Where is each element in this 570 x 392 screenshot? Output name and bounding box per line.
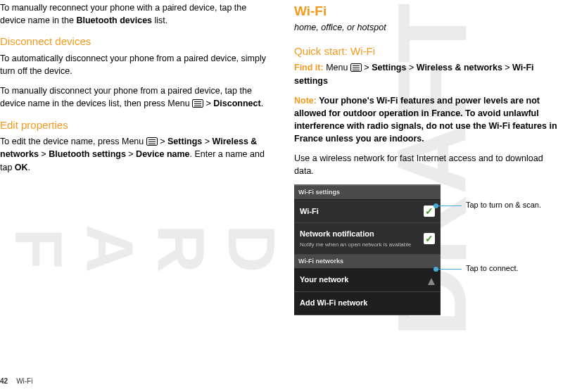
right-column: Wi-Fi home, office, or hotspot Quick sta… bbox=[294, 1, 564, 315]
callout-connect: Tap to connect. bbox=[436, 263, 519, 274]
para-edit-name: To edit the device name, press Menu > Se… bbox=[0, 135, 270, 173]
phone-header-wifi-settings: Wi-Fi settings bbox=[294, 186, 441, 200]
bold-bluetooth-settings: Bluetooth settings bbox=[49, 149, 126, 159]
callout-text: Tap to connect. bbox=[466, 264, 519, 272]
text: > bbox=[406, 63, 416, 72]
callout-line bbox=[436, 206, 462, 206]
para-use-wireless: Use a wireless network for fast Internet… bbox=[294, 152, 564, 177]
phone-row-notification-label: Network notification bbox=[300, 229, 424, 240]
left-column: To manually reconnect your phone with a … bbox=[0, 1, 270, 315]
phone-row-wifi-label: Wi-Fi bbox=[300, 206, 424, 217]
menu-icon bbox=[350, 63, 362, 72]
phone-row-add-network-label: Add Wi-Fi network bbox=[300, 298, 435, 309]
text: Menu bbox=[324, 63, 350, 72]
bold-settings: Settings bbox=[167, 137, 202, 146]
para-auto-disconnect: To automatically disconnect your phone f… bbox=[0, 52, 270, 77]
heading-disconnect-devices: Disconnect devices bbox=[0, 34, 270, 49]
para-note: Note: Your phone's Wi-Fi features and po… bbox=[294, 94, 564, 146]
checkbox-icon[interactable]: ✓ bbox=[424, 206, 435, 217]
para-manual-reconnect: To manually reconnect your phone with a … bbox=[0, 1, 270, 27]
bold-bluetooth-devices: Bluetooth devices bbox=[76, 15, 152, 25]
para-find-it: Find it: Menu > Settings > Wireless & ne… bbox=[294, 61, 564, 87]
text: > bbox=[362, 63, 372, 72]
menu-icon bbox=[146, 137, 158, 146]
text: > bbox=[39, 149, 49, 159]
phone-row-add-network[interactable]: Add Wi-Fi network bbox=[294, 292, 441, 315]
phone-row-your-network[interactable]: Your network bbox=[294, 269, 441, 292]
phone-row-wifi[interactable]: Wi-Fi ✓ bbox=[294, 200, 441, 223]
phone-header-wifi-networks: Wi-Fi networks bbox=[294, 255, 441, 269]
bold-ok: OK bbox=[15, 163, 28, 172]
para-manual-disconnect: To manually disconnect your phone from a… bbox=[0, 84, 270, 110]
bold-device-name: Device name bbox=[136, 149, 189, 159]
text: > bbox=[502, 63, 512, 72]
callout-text: Tap to turn on & scan. bbox=[466, 201, 541, 209]
text: > bbox=[126, 149, 136, 159]
callout-turn-on: Tap to turn on & scan. bbox=[436, 200, 541, 211]
lead-find-it: Find it: bbox=[294, 63, 324, 72]
text: . bbox=[28, 163, 30, 172]
phone-row-notification[interactable]: Network notification Notify me when an o… bbox=[294, 223, 441, 255]
phone-row-notification-sub: Notify me when an open network is availa… bbox=[300, 241, 424, 248]
bold-wireless-networks: Wireless & networks bbox=[417, 63, 502, 72]
text: > bbox=[203, 99, 213, 108]
text: . bbox=[261, 99, 263, 108]
footer-section: Wi-Fi bbox=[16, 377, 32, 385]
heading-quick-start: Quick start: Wi-Fi bbox=[294, 44, 564, 59]
heading-edit-properties: Edit properties bbox=[0, 118, 270, 133]
lead-note: Note: bbox=[294, 96, 317, 106]
phone-row-your-network-label: Your network bbox=[300, 274, 425, 286]
bold-disconnect: Disconnect bbox=[213, 99, 260, 108]
callout-line bbox=[436, 269, 462, 270]
subtitle: home, office, or hotspot bbox=[294, 21, 564, 34]
text: To edit the device name, press Menu bbox=[0, 137, 146, 146]
page-number: 42 bbox=[0, 377, 8, 385]
page-title-wifi: Wi-Fi bbox=[294, 1, 564, 21]
text: > bbox=[202, 137, 212, 146]
text: list. bbox=[152, 15, 167, 25]
menu-icon bbox=[192, 99, 203, 108]
wifi-signal-icon bbox=[425, 275, 435, 285]
phone-screenshot-wrap: Wi-Fi settings Wi-Fi ✓ Network notificat… bbox=[294, 184, 564, 315]
phone-screenshot: Wi-Fi settings Wi-Fi ✓ Network notificat… bbox=[294, 184, 441, 315]
bold-settings: Settings bbox=[372, 63, 406, 72]
checkbox-icon[interactable]: ✓ bbox=[424, 233, 435, 244]
text: > bbox=[158, 137, 167, 146]
bold-note-body: Your phone's Wi-Fi features and power le… bbox=[294, 96, 557, 144]
page-footer: 42Wi-Fi bbox=[0, 377, 32, 387]
